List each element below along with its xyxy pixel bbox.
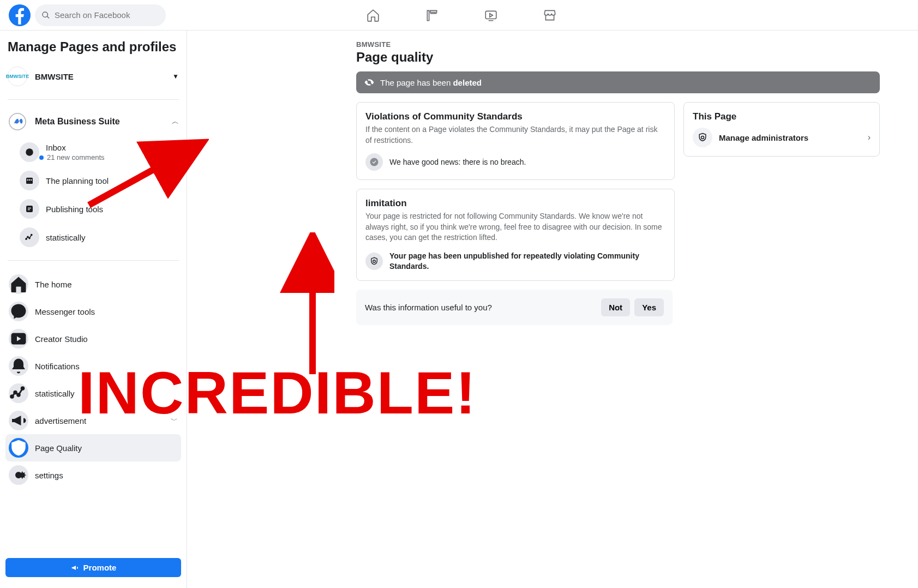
page-name: BMWSITE <box>35 72 172 81</box>
page-avatar: BMWSITE <box>8 67 27 86</box>
manage-admins-row[interactable]: Manage administrators › <box>693 128 871 147</box>
violations-desc: If the content on a Page violates the Co… <box>365 124 665 146</box>
sidebar-item-creator[interactable]: Creator Studio <box>5 325 181 352</box>
top-nav <box>166 8 757 23</box>
caret-down-icon: ▼ <box>172 73 179 80</box>
meta-suite-label: Meta Business Suite <box>35 117 172 127</box>
search-input[interactable] <box>55 10 159 20</box>
svg-rect-6 <box>31 179 32 181</box>
arrow-annotation-2 <box>258 232 334 380</box>
svg-point-19 <box>373 260 376 263</box>
violations-status: We have good news: there is no breach. <box>389 157 526 167</box>
svg-point-15 <box>17 394 20 397</box>
statistics-label: statistically <box>35 389 178 398</box>
unread-dot-icon <box>39 155 44 160</box>
sidebar-item-page-quality[interactable]: Page Quality <box>5 434 181 461</box>
chevron-down-icon: ﹀ <box>171 416 178 425</box>
home-nav-icon <box>9 274 28 294</box>
violations-card: Violations of Community Standards If the… <box>356 102 675 180</box>
feedback-question: Was this information useful to you? <box>365 303 492 312</box>
sidebar-item-publishing[interactable]: Publishing tools <box>17 195 181 223</box>
svg-rect-3 <box>26 178 33 184</box>
svg-point-20 <box>701 136 704 139</box>
creator-icon <box>9 329 28 349</box>
calendar-icon <box>20 171 39 190</box>
chevron-right-icon: › <box>868 133 871 142</box>
bell-icon <box>9 356 28 376</box>
megaphone-white-icon <box>70 563 79 572</box>
feedback-bar: Was this information useful to you? Not … <box>356 290 673 325</box>
sidebar-item-statistics[interactable]: statistically <box>5 380 181 407</box>
sidebar-item-settings[interactable]: settings <box>5 461 181 489</box>
stats-label: statistically <box>46 233 86 242</box>
svg-point-13 <box>11 395 14 398</box>
megaphone-icon <box>9 411 28 430</box>
divider <box>8 260 179 261</box>
page-quality-label: Page Quality <box>35 443 178 453</box>
pages-icon[interactable] <box>424 8 440 23</box>
main-content: BMWSITE Page quality The page has been d… <box>187 31 918 588</box>
svg-point-8 <box>26 238 27 239</box>
page-title: Page quality <box>356 50 880 65</box>
feedback-yes-button[interactable]: Yes <box>634 298 664 316</box>
this-page-title: This Page <box>693 111 871 122</box>
notifications-label: Notifications <box>35 362 178 371</box>
sidebar: Manage Pages and profiles BMWSITE BMWSIT… <box>0 31 187 588</box>
creator-label: Creator Studio <box>35 334 178 344</box>
stats-nav-icon <box>9 383 28 403</box>
settings-label: settings <box>35 471 178 480</box>
publishing-icon <box>20 199 39 219</box>
sidebar-item-stats[interactable]: statistically <box>17 223 181 251</box>
svg-rect-5 <box>29 179 30 181</box>
sidebar-item-inbox[interactable]: Inbox 21 new comments <box>17 138 181 166</box>
planning-label: The planning tool <box>46 176 109 185</box>
messenger-label: Messenger tools <box>35 307 178 316</box>
svg-point-11 <box>31 234 32 235</box>
facebook-logo[interactable] <box>9 4 31 26</box>
page-selector[interactable]: BMWSITE BMWSITE ▼ <box>5 62 181 91</box>
shield-icon <box>9 438 28 458</box>
feedback-no-button[interactable]: Not <box>601 298 630 316</box>
this-page-card: This Page Manage administrators › <box>683 102 880 157</box>
check-circle-icon <box>365 153 383 171</box>
home-label: The home <box>35 280 178 289</box>
shield-manage-icon <box>693 128 712 147</box>
breadcrumb: BMWSITE <box>356 40 880 49</box>
inbox-icon <box>20 142 39 162</box>
home-icon[interactable] <box>365 8 381 23</box>
stats-icon <box>20 227 39 247</box>
sidebar-item-home[interactable]: The home <box>5 271 181 298</box>
gear-icon <box>9 465 28 485</box>
svg-point-16 <box>21 387 24 390</box>
sidebar-title: Manage Pages and profiles <box>8 39 179 55</box>
meta-suite-icon <box>8 112 27 131</box>
divider <box>8 99 179 100</box>
search-box[interactable] <box>35 4 166 26</box>
svg-rect-7 <box>26 206 33 212</box>
sidebar-item-notifications[interactable]: Notifications <box>5 352 181 380</box>
svg-point-14 <box>14 391 17 394</box>
messenger-icon <box>9 302 28 321</box>
sidebar-item-messenger[interactable]: Messenger tools <box>5 298 181 325</box>
shield-alert-icon <box>365 253 383 270</box>
watch-icon[interactable] <box>483 8 499 23</box>
limitation-status: Your page has been unpublished for repea… <box>389 251 665 272</box>
limitation-title: limitation <box>365 198 665 209</box>
marketplace-icon[interactable] <box>542 8 557 23</box>
manage-admins-label: Manage administrators <box>719 133 861 142</box>
chevron-up-icon: ︿ <box>172 117 179 127</box>
banner-text: The page has been deleted <box>380 78 482 87</box>
svg-rect-4 <box>27 179 28 181</box>
meta-business-suite-toggle[interactable]: Meta Business Suite ︿ <box>5 109 181 135</box>
svg-point-9 <box>27 236 28 237</box>
inbox-meta: 21 new comments <box>39 153 105 161</box>
svg-rect-0 <box>485 11 496 19</box>
ads-label: advertisement <box>35 416 171 425</box>
publishing-label: Publishing tools <box>46 205 103 214</box>
limitation-desc: Your page is restricted for not followin… <box>365 211 665 243</box>
promote-button[interactable]: Promote <box>5 558 181 577</box>
sidebar-item-planning[interactable]: The planning tool <box>17 166 181 195</box>
eye-off-icon <box>364 77 375 88</box>
sidebar-item-ads[interactable]: advertisement ﹀ <box>5 407 181 434</box>
search-icon <box>41 11 50 20</box>
